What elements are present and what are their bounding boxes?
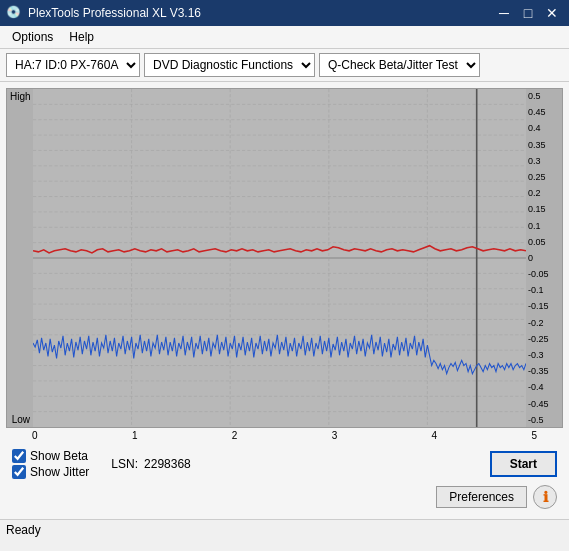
- x-label-0: 0: [32, 430, 38, 441]
- close-button[interactable]: ✕: [541, 3, 563, 23]
- menu-options[interactable]: Options: [4, 28, 61, 46]
- chart-container: High Low: [6, 88, 563, 428]
- drive-select[interactable]: HA:7 ID:0 PX-760A: [6, 53, 140, 77]
- chart-area: [33, 89, 526, 427]
- toolbar: HA:7 ID:0 PX-760A DVD Diagnostic Functio…: [0, 49, 569, 82]
- menu-help[interactable]: Help: [61, 28, 102, 46]
- test-select[interactable]: Q-Check Beta/Jitter Test: [319, 53, 480, 77]
- bottom-row: Preferences ℹ: [6, 483, 563, 513]
- lsn-section: LSN: 2298368: [111, 457, 190, 471]
- controls-row: Show Beta Show Jitter LSN: 2298368 Start: [6, 441, 563, 483]
- show-beta-checkbox[interactable]: [12, 449, 26, 463]
- function-select[interactable]: DVD Diagnostic Functions: [144, 53, 315, 77]
- chart-low-label: Low: [10, 414, 30, 425]
- chart-y-right: 0.5 0.45 0.4 0.35 0.3 0.25 0.2 0.15 0.1 …: [526, 89, 562, 427]
- x-label-2: 2: [232, 430, 238, 441]
- show-jitter-checkbox[interactable]: [12, 465, 26, 479]
- x-label-1: 1: [132, 430, 138, 441]
- chart-high-label: High: [10, 91, 30, 102]
- status-bar: Ready: [0, 519, 569, 540]
- chart-x-axis: 0 1 2 3 4 5: [6, 428, 563, 441]
- show-jitter-text: Show Jitter: [30, 465, 89, 479]
- show-beta-label[interactable]: Show Beta: [12, 449, 89, 463]
- chart-svg: [33, 89, 526, 427]
- x-label-4: 4: [432, 430, 438, 441]
- preferences-button[interactable]: Preferences: [436, 486, 527, 508]
- minimize-button[interactable]: ─: [493, 3, 515, 23]
- title-bar-controls: ─ □ ✕: [493, 3, 563, 23]
- main-content: High Low: [0, 82, 569, 519]
- show-beta-text: Show Beta: [30, 449, 88, 463]
- chart-y-left: High Low: [7, 89, 33, 427]
- status-text: Ready: [6, 523, 41, 537]
- maximize-button[interactable]: □: [517, 3, 539, 23]
- checkbox-group: Show Beta Show Jitter: [12, 449, 89, 479]
- start-button[interactable]: Start: [490, 451, 557, 477]
- lsn-value: 2298368: [144, 457, 191, 471]
- window-title: PlexTools Professional XL V3.16: [28, 6, 201, 20]
- x-label-5: 5: [531, 430, 537, 441]
- info-button[interactable]: ℹ: [533, 485, 557, 509]
- menu-bar: Options Help: [0, 26, 569, 49]
- x-label-3: 3: [332, 430, 338, 441]
- show-jitter-label[interactable]: Show Jitter: [12, 465, 89, 479]
- title-bar: 💿 PlexTools Professional XL V3.16 ─ □ ✕: [0, 0, 569, 26]
- lsn-label: LSN:: [111, 457, 138, 471]
- app-icon: 💿: [6, 5, 22, 21]
- title-bar-left: 💿 PlexTools Professional XL V3.16: [6, 5, 201, 21]
